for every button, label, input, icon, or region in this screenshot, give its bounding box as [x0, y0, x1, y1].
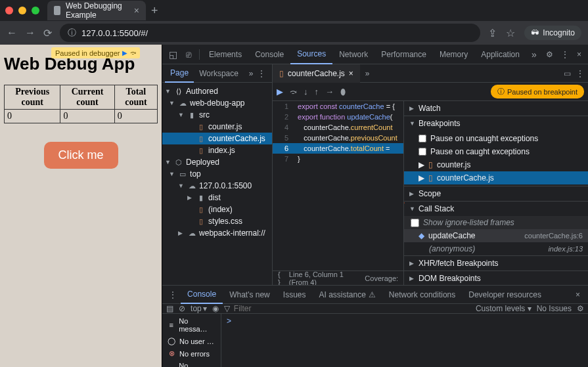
drawer-tab-devres[interactable]: Developer resources	[462, 286, 548, 304]
editor-right-controls: ▭ ⋮	[560, 69, 588, 78]
count-table: Previous count Current count Total count…	[4, 85, 158, 123]
drawer-tab-issues[interactable]: Issues	[277, 286, 313, 304]
tab-sources[interactable]: Sources	[290, 45, 332, 64]
close-window-icon[interactable]	[5, 7, 13, 14]
breakpoints-header[interactable]: ▼Breakpoints	[404, 116, 588, 131]
context-selector[interactable]: top▾	[191, 304, 207, 313]
step-icon[interactable]: ⤼	[130, 49, 136, 57]
incognito-label: Incognito	[543, 28, 575, 37]
pause-caught-checkbox[interactable]: Pause on caught exceptions	[404, 145, 588, 158]
click-me-button[interactable]: Click me	[44, 142, 118, 169]
tree-deployed[interactable]: ▼⬡Deployed	[162, 156, 272, 168]
browser-tab[interactable]: Web Debugging Example ×	[47, 1, 146, 20]
nav-tab-workspace[interactable]: Workspace	[194, 64, 244, 83]
tab-elements[interactable]: Elements	[202, 45, 248, 64]
address-bar[interactable]: ⓘ 127.0.0.1:5500/#/	[60, 24, 480, 42]
tab-application[interactable]: Application	[474, 45, 526, 64]
tab-memory[interactable]: Memory	[433, 45, 474, 64]
xhr-section[interactable]: ▶XHR/fetch Breakpoints	[404, 256, 588, 271]
tree-styles-css[interactable]: ▯styles.css	[162, 215, 272, 227]
tab-performance[interactable]: Performance	[374, 45, 433, 64]
back-button[interactable]: ←	[7, 27, 17, 39]
bookmark-icon[interactable]: ☆	[506, 27, 515, 39]
drawer-tab-netcond[interactable]: Network conditions	[382, 286, 462, 304]
drawer-tab-ai[interactable]: AI assistance⚠	[312, 286, 382, 304]
nav-more-icon[interactable]: » ⋮	[245, 69, 269, 78]
sidebar-errors[interactable]: ⊗No errors	[162, 347, 221, 360]
resume-icon[interactable]: ▶	[122, 49, 127, 56]
tree-counter-js[interactable]: ▯counter.js	[162, 121, 272, 133]
format-icon[interactable]: { }	[278, 270, 284, 286]
drawer-tab-whatsnew[interactable]: What's new	[223, 286, 277, 304]
show-ignore-listed[interactable]: Show ignore-listed frames	[404, 216, 588, 229]
device-toggle-icon[interactable]: ⎚	[181, 49, 196, 60]
dom-bp-section[interactable]: ▶DOM Breakpoints	[404, 271, 588, 285]
step-out-button[interactable]: ↑	[315, 87, 319, 97]
site-info-icon[interactable]: ⓘ	[68, 27, 76, 39]
console-settings-icon[interactable]: ⚙	[577, 304, 584, 313]
filter-input[interactable]: ▽	[224, 304, 470, 313]
editor-tab-file[interactable]: ▯ counterCache.js ×	[273, 64, 360, 83]
editor-split: 1export const counterCache = { 2export f…	[273, 101, 588, 285]
resume-button[interactable]: ▶	[277, 87, 283, 97]
tree-countercache-js[interactable]: ▯counterCache.js	[162, 133, 272, 144]
reload-button[interactable]: ⟳	[43, 27, 52, 39]
close-tab-icon[interactable]: ×	[134, 5, 139, 16]
tree-authored[interactable]: ▼⟨⟩Authored	[162, 85, 272, 97]
tree-webpack[interactable]: ▶☁webpack-internal://	[162, 227, 272, 239]
step-over-button[interactable]: ⤼	[290, 87, 297, 97]
frame-updatecache[interactable]: ◆updateCachecounterCache.js:6	[404, 229, 588, 242]
window-controls	[5, 7, 39, 14]
tree-host[interactable]: ▼☁127.0.0.1:5500	[162, 180, 272, 192]
more-tabs-icon[interactable]: »	[526, 49, 542, 60]
filter-field[interactable]	[234, 304, 300, 313]
watch-section[interactable]: ▶Watch	[404, 101, 588, 116]
more-menu-icon[interactable]: ⋮	[557, 50, 573, 59]
tree-top[interactable]: ▼▭top	[162, 168, 272, 180]
clear-console-icon[interactable]: ⊘	[179, 304, 185, 313]
console-output[interactable]: >	[221, 314, 588, 367]
minimize-window-icon[interactable]	[18, 7, 26, 14]
callstack-header[interactable]: ▼Call Stack	[404, 202, 588, 216]
sidebar-messages[interactable]: ≡No messa…	[162, 315, 221, 335]
close-drawer-icon[interactable]: ×	[570, 290, 585, 299]
frame-anonymous[interactable]: (anonymous)index.js:13	[404, 242, 588, 255]
inspect-icon[interactable]: ◱	[165, 49, 181, 60]
code-editor[interactable]: 1export const counterCache = { 2export f…	[273, 101, 404, 285]
step-button[interactable]: →	[325, 87, 334, 97]
coverage-label: Coverage:	[365, 274, 398, 282]
new-tab-button[interactable]: +	[151, 4, 158, 18]
tree-index-page[interactable]: ▯(index)	[162, 204, 272, 215]
tree-index-js[interactable]: ▯index.js	[162, 144, 272, 156]
close-devtools-icon[interactable]: ×	[573, 50, 585, 59]
tree-app[interactable]: ▼☁web-debug-app	[162, 97, 272, 109]
deactivate-bp-button[interactable]: ⬮	[340, 87, 346, 97]
step-into-button[interactable]: ↓	[304, 87, 308, 97]
incognito-badge[interactable]: 🕶 Incognito	[524, 26, 581, 40]
tree-dist[interactable]: ▶▮dist	[162, 192, 272, 204]
close-file-icon[interactable]: ×	[349, 69, 353, 78]
sidebar-toggle-icon[interactable]: ▤	[166, 304, 173, 313]
tree-src[interactable]: ▼▮src	[162, 109, 272, 121]
scope-section[interactable]: ▶Scope	[404, 186, 588, 202]
share-icon[interactable]: ⇪	[488, 27, 497, 39]
nav-tab-page[interactable]: Page	[165, 64, 194, 83]
tab-network[interactable]: Network	[332, 45, 374, 64]
override-icon[interactable]: ▭	[564, 69, 571, 78]
forward-button[interactable]: →	[25, 27, 35, 39]
drawer-tab-console[interactable]: Console	[181, 286, 223, 304]
live-expression-icon[interactable]: ◉	[212, 304, 219, 313]
bp-counter-js[interactable]: ▶▯counter.js	[404, 158, 588, 171]
tab-console[interactable]: Console	[248, 45, 290, 64]
log-levels-selector[interactable]: Custom levels ▾	[476, 304, 531, 313]
bp-countercache-js[interactable]: ▶▯counterCache.js	[404, 171, 588, 184]
sidebar-user[interactable]: ◯No user …	[162, 335, 221, 347]
settings-icon[interactable]: ⚙	[542, 50, 557, 59]
maximize-window-icon[interactable]	[32, 7, 39, 14]
sidebar-warnings[interactable]: △No warnin…	[162, 360, 221, 367]
editor-more-icon[interactable]: »	[360, 69, 375, 78]
web-page: Paused in debugger ▶ ⤼ Web Debug App Pre…	[0, 45, 162, 367]
drawer-menu-icon[interactable]: ⋮	[165, 290, 181, 299]
pause-uncaught-checkbox[interactable]: Pause on uncaught exceptions	[404, 132, 588, 145]
editor-menu-icon[interactable]: ⋮	[576, 69, 584, 78]
